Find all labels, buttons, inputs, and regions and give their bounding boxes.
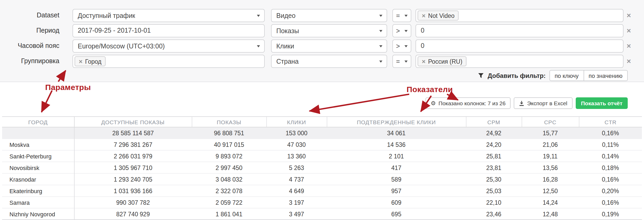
add-filter-by-value-button[interactable]: по значению — [584, 70, 628, 81]
value-cell: 24,20 — [466, 139, 522, 150]
filter-row: Видео=×Not Video× — [0, 9, 644, 22]
filter-field-select[interactable]: Видео — [271, 9, 387, 22]
column-header[interactable]: CTR — [579, 117, 642, 127]
column-header[interactable]: КЛИКИ — [266, 117, 327, 127]
value-cell: 4 737 — [266, 173, 327, 185]
value-cell: 417 — [327, 162, 466, 173]
remove-tag-icon[interactable]: × — [422, 12, 425, 19]
chevron-down-icon — [379, 45, 382, 47]
value-cell: 3 048 032 — [192, 173, 266, 185]
filter-operator-select[interactable]: = — [392, 55, 411, 68]
filter-field-select[interactable]: Страна — [271, 55, 387, 68]
column-header[interactable]: ПОДТВЕРЖДЕННЫЕ КЛИКИ — [327, 117, 466, 127]
remove-tag-icon[interactable]: × — [422, 58, 425, 64]
value-cell: 609 — [327, 197, 466, 208]
filter-value-tags[interactable]: ×Not Video — [416, 9, 624, 22]
value-cell: 12,50 — [522, 185, 579, 197]
table-row: Ekaterinburg1 031 936 1662 322 0784 6499… — [2, 185, 642, 197]
value-cell: 0,16% — [579, 127, 642, 139]
value-cell: 589 — [327, 173, 466, 185]
row-label-cell — [2, 127, 74, 139]
column-header[interactable]: CPC — [522, 117, 579, 127]
filter-operator-select[interactable]: > — [392, 39, 411, 53]
filter-row: Клики>0× — [0, 39, 644, 53]
row-label-cell: Sankt-Peterburg — [2, 150, 74, 162]
column-header[interactable]: ГОРОД — [2, 117, 74, 127]
value-cell: 14 536 — [327, 139, 466, 150]
add-filter-button-group: по ключу по значению — [549, 70, 628, 81]
table-row: Krasnodar1 293 240 7053 048 0324 7375892… — [2, 173, 642, 185]
row-label-cell: Nizhniy Novgorod — [2, 208, 74, 220]
value-cell: 0,20% — [579, 185, 642, 197]
selected-value: Видео — [276, 12, 295, 19]
value-cell: 22,10 — [466, 197, 522, 208]
value-cell: 2 266 031 979 — [74, 150, 192, 162]
chevron-down-icon — [404, 45, 408, 47]
value-cell: 0,14% — [579, 150, 642, 162]
column-header[interactable]: ДОСТУПНЫЕ ПОКАЗЫ — [74, 117, 192, 127]
add-filter-by-key-button[interactable]: по ключу — [549, 70, 584, 81]
value-cell: 23,81 — [466, 162, 522, 173]
value-cell: 0,11% — [579, 139, 642, 150]
value-cell: 4 649 — [266, 185, 327, 197]
columns-button[interactable]: ⚙ Показано колонок: 7 из 26 — [425, 97, 511, 109]
value-cell: 1 031 936 166 — [74, 185, 192, 197]
value-cell: 0,18% — [579, 162, 642, 173]
export-excel-button[interactable]: Экспорт в Excel — [514, 97, 573, 109]
selected-value: > — [396, 27, 400, 34]
show-report-button[interactable]: Показать отчёт — [576, 97, 628, 109]
filter-value-tags[interactable]: ×Россия (RU) — [416, 55, 624, 68]
value-cell: 2 997 450 — [192, 162, 266, 173]
remove-filter-button[interactable]: × — [627, 39, 631, 53]
add-filter-label: Добавить фильтр: — [488, 72, 546, 79]
selected-value: = — [396, 58, 400, 65]
value-cell: 23,46 — [466, 208, 522, 220]
filter-field-select[interactable]: Показы — [271, 24, 387, 37]
tag-chip[interactable]: ×Not Video — [418, 11, 459, 21]
filter-operator-select[interactable]: > — [392, 24, 411, 37]
annotation-metrics-label: Показатели — [407, 85, 453, 94]
filter-row: Показы>0× — [0, 24, 644, 37]
filter-operator-select[interactable]: = — [392, 9, 411, 22]
value-cell: 3 197 — [266, 197, 327, 208]
add-filter-bar: Добавить фильтр: по ключу по значению — [478, 70, 628, 81]
value-cell: 2 059 722 — [192, 197, 266, 208]
chevron-down-icon — [379, 60, 382, 62]
column-header[interactable]: CPM — [466, 117, 522, 127]
row-label-cell: Novosibirsk — [2, 162, 74, 173]
filter-row: Страна=×Россия (RU)× — [0, 55, 644, 68]
table-row: Sankt-Peterburg2 266 031 9799 893 07213 … — [2, 150, 642, 162]
value-cell: 153 000 — [266, 127, 327, 139]
selected-value: Клики — [276, 42, 294, 50]
value-cell: 0,16% — [579, 173, 642, 185]
value-cell: 5 263 — [266, 162, 327, 173]
value-cell: 34 061 — [327, 127, 466, 139]
remove-filter-button[interactable]: × — [627, 55, 631, 68]
chevron-down-icon — [404, 14, 408, 17]
gear-icon: ⚙ — [431, 100, 436, 106]
value-cell: 25,30 — [466, 173, 522, 185]
filter-field-select[interactable]: Клики — [271, 39, 387, 53]
column-header[interactable]: ПОКАЗЫ — [192, 117, 266, 127]
value-cell: 12,48 — [522, 208, 579, 220]
value-cell: 2 101 — [327, 150, 466, 162]
row-label-cell: Moskva — [2, 139, 74, 150]
table-row: Nizhniy Novgorod827 740 9291 861 0413 49… — [2, 208, 642, 220]
value-cell: 990 307 782 — [74, 197, 192, 208]
table-row: Samara990 307 7822 059 7223 19760922,101… — [2, 197, 642, 208]
filter-value-input[interactable]: 0 — [416, 24, 624, 37]
value-cell: 14,24 — [522, 197, 579, 208]
remove-filter-button[interactable]: × — [627, 9, 631, 22]
filter-value-input[interactable]: 0 — [416, 39, 624, 53]
table-header-row: ГОРОДДОСТУПНЫЕ ПОКАЗЫПОКАЗЫКЛИКИПОДТВЕРЖ… — [2, 117, 642, 127]
value-cell: 16,28 — [522, 173, 579, 185]
download-icon — [519, 100, 524, 106]
remove-filter-button[interactable]: × — [627, 24, 631, 37]
tag-label: Россия (RU) — [428, 58, 462, 64]
chevron-down-icon — [379, 30, 382, 32]
tag-chip[interactable]: ×Россия (RU) — [418, 56, 466, 66]
value-cell: 21,06 — [522, 139, 579, 150]
value-cell: 827 740 929 — [74, 208, 192, 220]
row-label-cell: Krasnodar — [2, 173, 74, 185]
value-cell: 0,16% — [579, 197, 642, 208]
